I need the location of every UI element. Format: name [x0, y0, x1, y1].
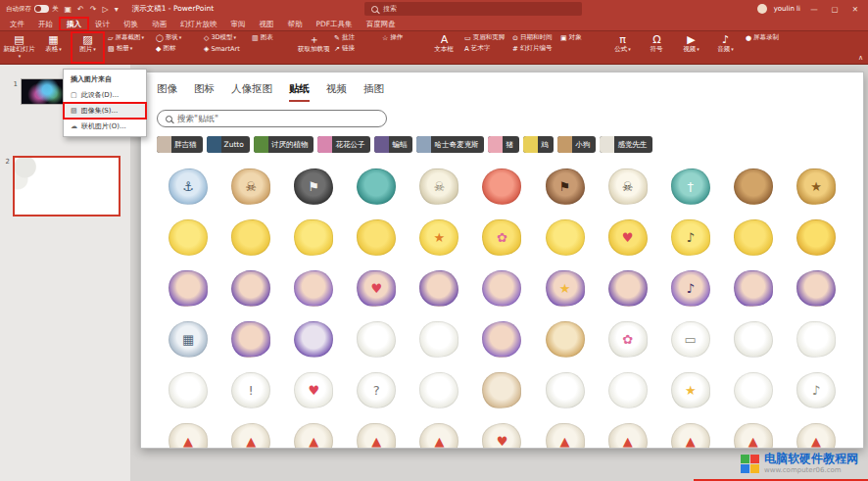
bee-fly-sticker[interactable] — [282, 212, 345, 263]
purple-phone-sticker[interactable] — [785, 263, 847, 313]
tab-slideshow[interactable]: 幻灯片放映 — [173, 18, 224, 30]
cat-cry-sticker[interactable] — [722, 313, 785, 364]
comment-button[interactable]: ✎ 批注 — [332, 32, 378, 43]
rooster-cheer-sticker[interactable]: ▲ — [597, 415, 659, 448]
bee-flower-sticker[interactable]: ✿ — [470, 212, 533, 263]
ribbon-collapse-icon[interactable]: ∧ — [858, 54, 863, 62]
dagger-sticker[interactable]: † — [659, 161, 722, 212]
icons-button[interactable]: ◆ 图标 — [154, 43, 200, 54]
video-button[interactable]: ▶ 视频▾ — [675, 32, 707, 63]
purple-sit-sticker[interactable] — [470, 263, 533, 313]
purple-sing-sticker[interactable]: ♪ — [659, 263, 722, 313]
slideshow-icon[interactable]: ▷ — [102, 5, 108, 14]
tab-baidu-pan[interactable]: 百度网盘 — [360, 18, 403, 30]
telescope-sticker[interactable] — [722, 161, 785, 212]
menu-item-online-pictures[interactable]: ☁ 联机图片(O)... — [64, 119, 146, 134]
screen-recording-button[interactable]: ● 屏幕录制 — [744, 32, 790, 43]
date-time-button[interactable]: ⊙ 日期和时间 — [510, 32, 556, 43]
purple-tv-sticker[interactable] — [470, 313, 533, 364]
cat-sit-sticker[interactable] — [408, 313, 470, 364]
skull-crossbones-sticker[interactable]: ☠ — [597, 161, 659, 212]
text-box-button[interactable]: A 文本框 — [428, 32, 460, 63]
category-pusheen[interactable]: 胖吉猫 — [157, 136, 203, 153]
equation-button[interactable]: π 公式▾ — [606, 32, 639, 63]
cat-hug-sticker[interactable] — [722, 364, 785, 415]
rooster-love-sticker[interactable]: ♥ — [470, 415, 533, 448]
close-button[interactable]: ✕ — [848, 5, 862, 14]
cat-heart-sticker[interactable]: ♥ — [282, 364, 345, 415]
purple-cook-sticker[interactable] — [219, 313, 282, 364]
category-mr-feelings[interactable]: 感觉先生 — [600, 136, 652, 153]
bee-wave-sticker[interactable] — [157, 212, 219, 263]
rooster-dance-sticker[interactable]: ▲ — [219, 415, 282, 448]
cat-sign-sticker[interactable]: ! — [219, 364, 282, 415]
smartart-button[interactable]: ◈ SmartArt — [202, 43, 248, 54]
menu-item-stock-images[interactable]: ▨ 图像集(S)... — [64, 103, 146, 119]
shapes-button[interactable]: ◯ 形状▾ — [154, 32, 200, 43]
stock-tab-videos[interactable]: 视频 — [326, 82, 347, 102]
purple-gift-sticker[interactable] — [722, 263, 785, 313]
slide-number-button[interactable]: # 幻灯片编号 — [510, 43, 556, 54]
cat-shy-sticker[interactable] — [597, 364, 659, 415]
new-slide-button[interactable]: ▤ 新建幻灯片▾ — [3, 32, 35, 63]
cat-hello-sticker[interactable] — [345, 313, 408, 364]
stock-search[interactable] — [157, 110, 387, 127]
tab-home[interactable]: 开始 — [31, 18, 60, 30]
bee-balloon-sticker[interactable] — [534, 212, 597, 263]
purple-dance-sticker[interactable] — [219, 263, 282, 313]
bee-laugh-sticker[interactable] — [345, 212, 408, 263]
save-icon[interactable]: ▣ — [65, 5, 72, 14]
snack-sticker[interactable] — [534, 313, 597, 364]
tab-transitions[interactable]: 切换 — [117, 18, 145, 30]
pirate-flag-sticker[interactable]: ⚑ — [282, 161, 345, 212]
rooster-sleep-sticker[interactable]: ▲ — [659, 415, 722, 448]
chart-button[interactable]: ▥ 图表 — [250, 32, 296, 43]
audio-button[interactable]: ♪ 音频▾ — [709, 32, 742, 63]
pirate-cat-sticker[interactable]: ☠ — [219, 161, 282, 212]
qat-customize-icon[interactable]: ▾ — [115, 5, 119, 14]
cat-flower-sticker[interactable]: ✿ — [597, 313, 659, 364]
bee-love-sticker[interactable]: ♥ — [597, 212, 659, 263]
redo-icon[interactable]: ↷ — [90, 5, 97, 14]
rooster-santa2-sticker[interactable]: ▲ — [722, 415, 785, 448]
purple-jump-sticker[interactable] — [282, 263, 345, 313]
cat-music-sticker[interactable]: ♪ — [785, 364, 847, 415]
rooster-laugh-sticker[interactable]: ▲ — [345, 415, 408, 448]
tab-review[interactable]: 审阅 — [224, 18, 253, 30]
slide-thumbnail-2[interactable] — [13, 156, 121, 216]
category-zutto[interactable]: Zutto — [207, 136, 250, 153]
stock-tab-stickers[interactable]: 贴纸 — [289, 82, 310, 102]
link-button[interactable]: ↗ 链接 — [332, 43, 378, 54]
stock-tab-images[interactable]: 图像 — [157, 82, 177, 102]
bee-guitar-sticker[interactable] — [722, 212, 785, 263]
object-button[interactable]: ▣ 对象 — [558, 32, 604, 43]
rooster-run-sticker[interactable]: ▲ — [408, 415, 470, 448]
user-avatar[interactable] — [757, 4, 767, 14]
anchor-sticker[interactable]: ⚓ — [157, 161, 219, 212]
rooster-wave-sticker[interactable]: ▲ — [157, 415, 219, 448]
autosave-toggle[interactable]: 自动保存 关 — [6, 5, 59, 14]
treasure-chest-sticker[interactable]: ★ — [785, 161, 847, 212]
category-chicken[interactable]: 鸡 — [523, 136, 555, 153]
purple-hearts-sticker[interactable]: ♥ — [345, 263, 408, 313]
cat-dance-sticker[interactable] — [157, 364, 219, 415]
cat-star-sticker[interactable]: ★ — [659, 364, 722, 415]
pictures-button[interactable]: ▨ 图片▾ — [72, 32, 104, 63]
symbol-button[interactable]: Ω 符号 — [641, 32, 673, 63]
slide-thumbnail-1[interactable] — [21, 78, 67, 105]
cat-sleep-sticker[interactable] — [408, 364, 470, 415]
stock-tab-icons[interactable]: 图标 — [194, 82, 215, 102]
pirate-hat-sticker[interactable] — [345, 161, 408, 212]
screenshot-button[interactable]: ▱ 屏幕截图▾ — [106, 32, 152, 43]
cat-wave-sticker[interactable] — [785, 313, 847, 364]
category-pig[interactable]: 猪 — [488, 136, 519, 153]
category-nasty-plants[interactable]: 讨厌的植物 — [254, 136, 314, 153]
3d-models-button[interactable]: ◇ 3D模型▾ — [202, 32, 248, 43]
tab-pdf-tools[interactable]: PDF工具集 — [310, 18, 360, 30]
bee-dance-sticker[interactable] — [219, 212, 282, 263]
wordart-button[interactable]: A 艺术字 — [462, 43, 508, 54]
maximize-button[interactable]: ▢ — [828, 5, 842, 14]
cat-question-sticker[interactable]: ? — [345, 364, 408, 415]
bee-angry-sticker[interactable] — [785, 212, 847, 263]
tab-help[interactable]: 帮助 — [281, 18, 310, 30]
